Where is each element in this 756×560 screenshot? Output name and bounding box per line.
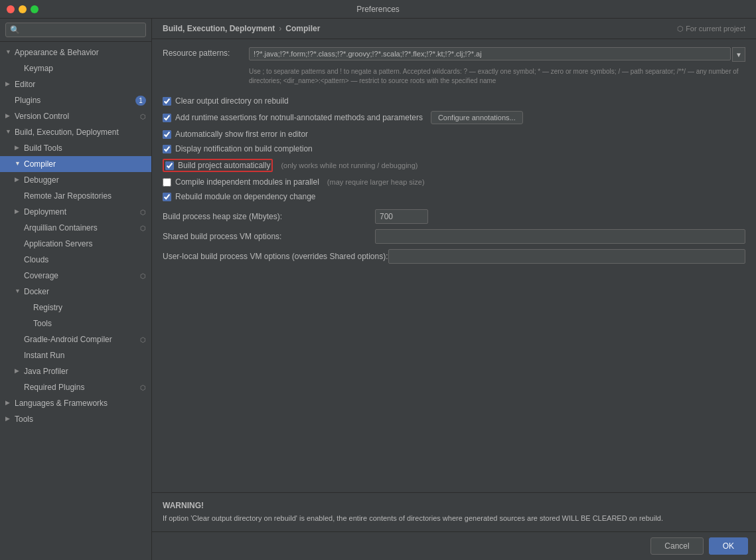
content-body: Resource patterns: ▼ Use ; to separate p… bbox=[152, 39, 756, 492]
tree-arrow-icon: ▼ bbox=[5, 128, 15, 137]
shared-vm-row: Shared build process VM options: bbox=[163, 229, 745, 244]
sidebar-item-label: Docker bbox=[24, 286, 49, 298]
checkbox-build-automatically[interactable] bbox=[165, 161, 174, 170]
sidebar-item-build-tools[interactable]: ▶Build Tools bbox=[0, 140, 151, 156]
checkbox-clear-output[interactable] bbox=[163, 97, 171, 106]
sidebar-item-plugins[interactable]: Plugins1 bbox=[0, 92, 151, 108]
checkbox-rebuild-module[interactable] bbox=[163, 193, 171, 201]
sidebar-item-keymap[interactable]: Keymap bbox=[0, 60, 151, 76]
checkbox-label-add-runtime-assertions: Add runtime assertions for notnull-annot… bbox=[175, 113, 423, 122]
checkbox-label-clear-output: Clear output directory on rebuild bbox=[175, 96, 289, 106]
checkbox-auto-show-error[interactable] bbox=[163, 130, 171, 139]
badge: 1 bbox=[135, 96, 146, 106]
sidebar-item-languages-frameworks[interactable]: ▶Languages & Frameworks bbox=[0, 395, 151, 411]
settings-icon: ⬡ bbox=[140, 223, 146, 233]
hint-text: Use ; to separate patterns and ! to nega… bbox=[249, 67, 745, 86]
settings-icon: ⬡ bbox=[140, 383, 146, 393]
heap-size-input[interactable] bbox=[375, 209, 428, 224]
sidebar-item-java-profiler[interactable]: ▶Java Profiler bbox=[0, 363, 151, 379]
sidebar-item-label: Clouds bbox=[24, 254, 48, 266]
checkbox-row-compile-parallel: Compile independent modules in parallel(… bbox=[163, 176, 745, 188]
settings-icon: ⬡ bbox=[140, 112, 146, 122]
maximize-button[interactable] bbox=[31, 5, 38, 13]
sidebar-item-debugger[interactable]: ▶Debugger bbox=[0, 172, 151, 188]
sidebar-item-instant-run[interactable]: Instant Run bbox=[0, 347, 151, 363]
sidebar-item-compiler[interactable]: ▼Compiler bbox=[0, 156, 151, 172]
checkbox-row-clear-output: Clear output directory on rebuild bbox=[163, 95, 745, 107]
tree-arrow-icon: ▶ bbox=[15, 367, 24, 376]
highlighted-wrapper: Build project automatically bbox=[163, 159, 273, 172]
close-button[interactable] bbox=[7, 5, 15, 13]
title-bar: Preferences bbox=[0, 0, 756, 19]
sidebar-item-required-plugins[interactable]: Required Plugins⬡ bbox=[0, 379, 151, 395]
sidebar-item-version-control[interactable]: ▶Version Control⬡ bbox=[0, 108, 151, 124]
expand-button[interactable]: ▼ bbox=[732, 47, 745, 62]
tree-arrow-icon: ▼ bbox=[15, 159, 24, 169]
sidebar-item-label: Tools bbox=[15, 413, 33, 425]
checkbox-add-runtime-assertions[interactable] bbox=[163, 114, 171, 122]
checkbox-row-auto-show-error: Automatically show first error in editor bbox=[163, 128, 745, 140]
sidebar-item-remote-jar-repos[interactable]: Remote Jar Repositories bbox=[0, 188, 151, 204]
search-box bbox=[0, 19, 151, 42]
sidebar-item-clouds[interactable]: Clouds bbox=[0, 252, 151, 268]
breadcrumb-2: Compiler bbox=[285, 24, 320, 33]
sidebar-item-deployment[interactable]: ▶Deployment⬡ bbox=[0, 204, 151, 220]
sidebar-item-label: Gradle-Android Compiler bbox=[24, 333, 112, 345]
shared-vm-label: Shared build process VM options: bbox=[163, 232, 375, 241]
checkbox-display-notification[interactable] bbox=[163, 145, 171, 153]
sidebar-item-application-servers[interactable]: Application Servers bbox=[0, 236, 151, 252]
shared-vm-input[interactable] bbox=[375, 229, 745, 244]
sidebar-item-arquillian-containers[interactable]: Arquillian Containers⬡ bbox=[0, 220, 151, 236]
cancel-button[interactable]: Cancel bbox=[650, 537, 703, 555]
tree-arrow-icon: ▶ bbox=[15, 143, 24, 153]
checkbox-label-display-notification: Display notification on build completion bbox=[175, 144, 313, 153]
sidebar-item-label: Deployment bbox=[24, 206, 66, 218]
sidebar-item-editor[interactable]: ▶Editor bbox=[0, 76, 151, 92]
checkbox-row-build-automatically: Build project automatically(only works w… bbox=[163, 157, 745, 173]
checkbox-compile-parallel[interactable] bbox=[163, 178, 171, 187]
breadcrumb-arrow: › bbox=[279, 24, 281, 33]
window-controls bbox=[7, 5, 38, 13]
sidebar-item-docker[interactable]: ▼Docker bbox=[0, 284, 151, 300]
tree-arrow-icon: ▼ bbox=[15, 287, 24, 296]
checkbox-note-compile-parallel: (may require larger heap size) bbox=[327, 178, 425, 186]
tree-arrow-icon: ▶ bbox=[15, 207, 24, 217]
sidebar-item-label: Coverage bbox=[24, 270, 58, 282]
sidebar-item-tools-root[interactable]: ▶Tools bbox=[0, 411, 151, 427]
sidebar: ▼Appearance & BehaviorKeymap▶EditorPlugi… bbox=[0, 19, 152, 560]
sidebar-item-gradle-android-compiler[interactable]: Gradle-Android Compiler⬡ bbox=[0, 331, 151, 347]
tree-arrow-icon: ▶ bbox=[5, 399, 15, 408]
sidebar-item-label: Application Servers bbox=[24, 238, 92, 250]
sidebar-item-build-execution-deployment[interactable]: ▼Build, Execution, Deployment bbox=[0, 124, 151, 140]
tree-arrow-icon: ▶ bbox=[15, 175, 24, 185]
settings-icon: ⬡ bbox=[140, 271, 146, 281]
sidebar-item-label: Build Tools bbox=[24, 142, 62, 154]
user-local-vm-input[interactable] bbox=[388, 249, 746, 264]
sidebar-item-label: Build, Execution, Deployment bbox=[15, 126, 119, 138]
sidebar-tree: ▼Appearance & BehaviorKeymap▶EditorPlugi… bbox=[0, 42, 151, 560]
sidebar-item-coverage[interactable]: Coverage⬡ bbox=[0, 268, 151, 284]
footer: Cancel OK bbox=[152, 531, 756, 560]
tree-arrow-icon: ▶ bbox=[5, 80, 15, 89]
sidebar-item-label: Remote Jar Repositories bbox=[24, 190, 112, 202]
resource-patterns-input[interactable] bbox=[249, 47, 731, 60]
tree-arrow-icon: ▶ bbox=[5, 112, 15, 121]
main-layout: ▼Appearance & BehaviorKeymap▶EditorPlugi… bbox=[0, 19, 756, 560]
configure-annotations-button[interactable]: Configure annotations... bbox=[431, 111, 523, 124]
sidebar-item-label: Keymap bbox=[24, 62, 53, 74]
checkbox-row-display-notification: Display notification on build completion bbox=[163, 143, 745, 155]
resource-patterns-label: Resource patterns: bbox=[163, 47, 249, 58]
checkbox-note-build-automatically: (only works while not running / debuggin… bbox=[281, 161, 417, 169]
minimize-button[interactable] bbox=[19, 5, 27, 13]
sidebar-item-registry[interactable]: Registry bbox=[0, 300, 151, 316]
sidebar-item-label: Tools bbox=[33, 318, 52, 329]
ok-button[interactable]: OK bbox=[709, 537, 748, 555]
sidebar-item-label: Debugger bbox=[24, 174, 59, 186]
settings-icon: ⬡ bbox=[140, 207, 146, 217]
sidebar-item-appearance-behavior[interactable]: ▼Appearance & Behavior bbox=[0, 45, 151, 60]
sidebar-item-label: Appearance & Behavior bbox=[15, 47, 99, 58]
sidebar-item-label: Editor bbox=[15, 78, 35, 90]
checkbox-label-build-automatically: Build project automatically bbox=[178, 161, 270, 170]
search-input[interactable] bbox=[5, 23, 146, 37]
sidebar-item-tools[interactable]: Tools bbox=[0, 316, 151, 331]
